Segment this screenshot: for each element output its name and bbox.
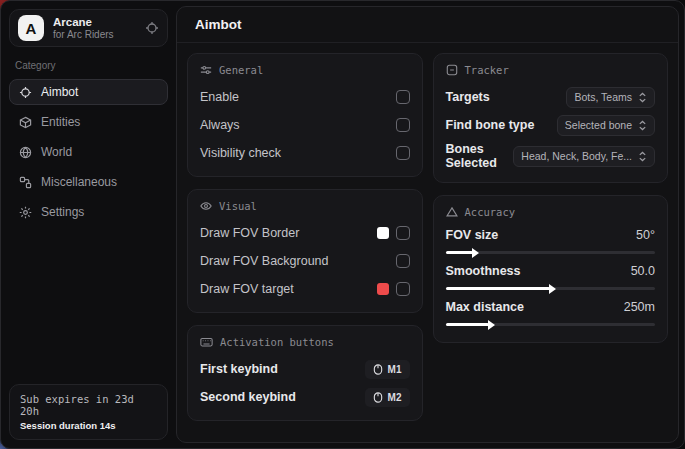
- cube-icon: [18, 116, 32, 129]
- subscription-status-card: Sub expires in 23d 20h Session duration …: [9, 384, 168, 440]
- page-title: Aimbot: [195, 17, 242, 32]
- dropdown-row: Bones Selected Head, Neck, Body, Fe...: [446, 142, 656, 170]
- smoothness-slider[interactable]: [446, 287, 656, 290]
- slider-thumb[interactable]: [488, 320, 495, 330]
- setting-row: Draw FOV target: [200, 278, 410, 300]
- slider-value: 50.0: [631, 264, 655, 278]
- card-title: Visual: [219, 200, 257, 212]
- visual-card-header: Visual: [200, 200, 410, 212]
- setting-row: Draw FOV Background: [200, 250, 410, 272]
- setting-label: Visibility check: [200, 146, 281, 160]
- session-duration-text: Session duration 14s: [20, 420, 157, 431]
- setting-controls: [377, 226, 410, 240]
- targets-select[interactable]: Bots, Teams: [566, 87, 655, 108]
- setting-label: Draw FOV Border: [200, 226, 299, 240]
- color-swatch[interactable]: [377, 283, 389, 295]
- visibility-check-checkbox[interactable]: [396, 146, 410, 160]
- visual-card: Visual Draw FOV Border Draw FOV Backgrou…: [187, 189, 423, 313]
- always-checkbox[interactable]: [396, 118, 410, 132]
- slider-label: Max distance: [446, 300, 525, 314]
- select-value: Bots, Teams: [574, 91, 632, 103]
- select-value: Head, Neck, Body, Fe...: [521, 150, 632, 162]
- crosshair-icon[interactable]: [145, 21, 159, 35]
- dropdown-label: Bones Selected: [446, 142, 514, 170]
- draw-fov-target-checkbox[interactable]: [396, 282, 410, 296]
- dropdown-row: Targets Bots, Teams: [446, 86, 656, 108]
- sub-expiry-text: Sub expires in 23d 20h: [20, 393, 157, 417]
- tracker-card-header: Tracker: [446, 64, 656, 76]
- sidebar-item-world[interactable]: World: [9, 139, 168, 165]
- setting-label: Draw FOV target: [200, 282, 294, 296]
- unfold-icon: [638, 120, 647, 131]
- general-card: General Enable Always Visibility check: [187, 53, 423, 177]
- left-column: General Enable Always Visibility check: [187, 53, 423, 433]
- sidebar-item-miscellaneous[interactable]: Miscellaneous: [9, 169, 168, 195]
- sidebar-item-label: Miscellaneous: [41, 175, 117, 189]
- fov-size-slider[interactable]: [446, 251, 656, 254]
- first-keybind-button[interactable]: M1: [365, 360, 410, 379]
- app-identity: Arcane for Arc Riders: [53, 16, 136, 41]
- activation-card: Activation buttons First keybind M1: [187, 325, 423, 421]
- setting-row: Visibility check: [200, 142, 410, 164]
- workflow-icon: [18, 176, 32, 189]
- mouse-icon: [373, 364, 383, 375]
- sidebar-item-settings[interactable]: Settings: [9, 199, 168, 225]
- draw-fov-background-checkbox[interactable]: [396, 254, 410, 268]
- color-swatch[interactable]: [377, 227, 389, 239]
- card-title: Accuracy: [465, 206, 516, 218]
- select-value: Selected bone: [565, 119, 632, 131]
- slider-thumb[interactable]: [549, 284, 556, 294]
- main-panel: Aimbot General Enable: [176, 6, 679, 443]
- enable-checkbox[interactable]: [396, 90, 410, 104]
- sidebar: A Arcane for Arc Riders Category Aimbot: [1, 1, 176, 448]
- keybind-row: First keybind M1: [200, 358, 410, 380]
- setting-row: Always: [200, 114, 410, 136]
- right-column: Tracker Targets Bots, Teams: [433, 53, 669, 433]
- dropdown-label: Find bone type: [446, 118, 535, 132]
- category-label: Category: [15, 60, 168, 71]
- accuracy-card: Accuracy FOV size 50°: [433, 195, 669, 343]
- focus-icon: [446, 64, 458, 76]
- app-subtitle: for Arc Riders: [53, 29, 136, 41]
- bones-selected-select[interactable]: Head, Neck, Body, Fe...: [513, 146, 655, 167]
- slider-label: FOV size: [446, 228, 499, 242]
- keybind-row: Second keybind M2: [200, 386, 410, 408]
- slider-fill: [446, 251, 473, 254]
- slider-value: 50°: [636, 228, 655, 242]
- max-distance-slider[interactable]: [446, 323, 656, 326]
- sidebar-item-entities[interactable]: Entities: [9, 109, 168, 135]
- keybind-value: M1: [388, 364, 402, 375]
- unfold-icon: [638, 92, 647, 103]
- content-area: General Enable Always Visibility check: [177, 43, 678, 443]
- draw-fov-border-checkbox[interactable]: [396, 226, 410, 240]
- card-title: General: [219, 64, 263, 76]
- slider-row: Max distance 250m: [446, 300, 656, 326]
- second-keybind-button[interactable]: M2: [365, 388, 410, 407]
- main-header: Aimbot: [177, 7, 678, 43]
- slider-row: Smoothness 50.0: [446, 264, 656, 290]
- tracker-card: Tracker Targets Bots, Teams: [433, 53, 669, 183]
- slider-thumb[interactable]: [472, 248, 479, 258]
- keyboard-icon: [200, 336, 213, 348]
- activation-card-header: Activation buttons: [200, 336, 410, 348]
- gear-icon: [18, 206, 32, 219]
- crosshair-icon: [18, 86, 32, 99]
- find-bone-type-select[interactable]: Selected bone: [557, 115, 655, 136]
- slider-value: 250m: [624, 300, 655, 314]
- setting-row: Enable: [200, 86, 410, 108]
- mouse-icon: [373, 392, 383, 403]
- keybind-label: Second keybind: [200, 390, 296, 404]
- dropdown-label: Targets: [446, 90, 490, 104]
- general-card-header: General: [200, 64, 410, 76]
- setting-label: Draw FOV Background: [200, 254, 329, 268]
- app-window: A Arcane for Arc Riders Category Aimbot: [0, 0, 685, 449]
- eye-icon: [200, 200, 212, 212]
- unfold-icon: [638, 151, 647, 162]
- keybind-label: First keybind: [200, 362, 278, 376]
- sidebar-item-label: Entities: [41, 115, 80, 129]
- sidebar-item-label: World: [41, 145, 72, 159]
- card-title: Tracker: [465, 64, 509, 76]
- app-logo: A: [18, 15, 44, 41]
- sidebar-item-aimbot[interactable]: Aimbot: [9, 79, 168, 105]
- slider-row: FOV size 50°: [446, 228, 656, 254]
